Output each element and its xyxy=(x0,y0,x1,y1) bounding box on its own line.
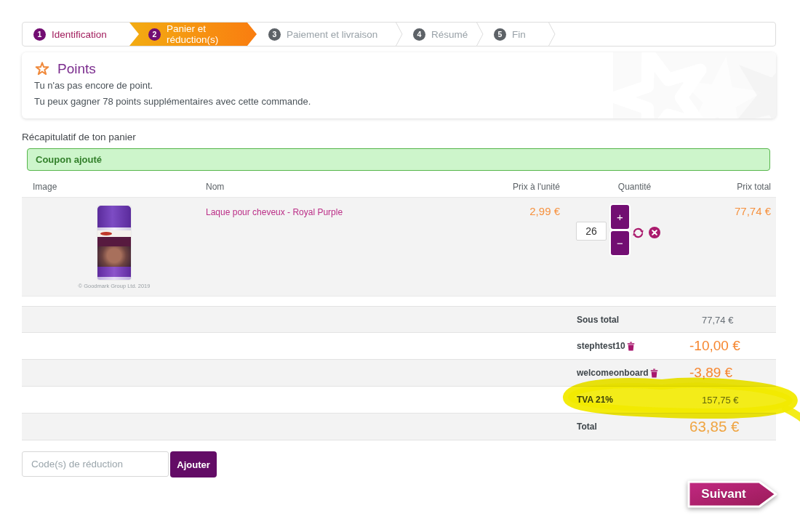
step-number-badge: 5 xyxy=(494,28,506,41)
step-number-badge: 4 xyxy=(413,28,425,41)
coupon-row-stephtest10: stephtest10 -10,00 € xyxy=(22,333,776,360)
can-label-bottom xyxy=(97,267,131,277)
step-identification[interactable]: 1 Identification xyxy=(23,23,139,46)
coupon-label: welcomeonboard xyxy=(577,368,658,378)
step-number-badge: 3 xyxy=(268,28,281,41)
step-paiement-et-livraison[interactable]: 3 Paiement et livraison xyxy=(257,23,395,46)
star-watermark xyxy=(613,52,776,118)
can-label-band xyxy=(97,237,131,246)
hairspray-can-image xyxy=(97,206,131,280)
subtotal-value: 77,74 € xyxy=(689,314,795,325)
subtotal-label: Sous total xyxy=(577,315,619,325)
checkout-steps-bar: 1 Identification 2 Panier et réduction(s… xyxy=(22,22,776,47)
tax-value: 157,75 € xyxy=(689,395,795,406)
step-separator-icon xyxy=(476,23,484,46)
cart-totals: Sous total 77,74 € stephtest10 -10,00 € … xyxy=(22,306,776,440)
step-label: Identification xyxy=(52,29,107,40)
line-total-price: 77,74 € xyxy=(698,205,771,217)
total-value: 63,85 € xyxy=(689,418,795,435)
coupon-added-banner: Coupon ajouté xyxy=(27,148,770,171)
step-label: Fin xyxy=(512,29,526,40)
total-label: Total xyxy=(577,422,597,432)
column-header-total: Prix total xyxy=(698,182,771,192)
step-number-badge: 1 xyxy=(33,28,46,41)
step-resume[interactable]: 4 Résumé xyxy=(403,23,476,46)
column-header-quantity: Quantité xyxy=(585,182,684,192)
close-icon xyxy=(649,227,660,238)
coupon-row-welcomeonboard: welcomeonboard -3,89 € xyxy=(22,360,776,387)
can-label-top xyxy=(97,230,131,237)
remove-coupon-button[interactable] xyxy=(627,342,635,351)
can-label-photo xyxy=(97,246,131,267)
brand-logo xyxy=(100,232,112,235)
refresh-quantity-button[interactable] xyxy=(631,226,644,239)
remove-item-button[interactable] xyxy=(648,226,661,239)
coupon-code-text: stephtest10 xyxy=(577,341,625,351)
step-number-badge: 2 xyxy=(148,28,161,41)
subtotal-row: Sous total 77,74 € xyxy=(22,306,776,333)
product-name-link[interactable]: Laque pour cheveux - Royal Purple xyxy=(206,207,343,217)
checkout-page: 1 Identification 2 Panier et réduction(s… xyxy=(0,0,800,532)
cart-summary-heading: Récapitulatif de ton panier xyxy=(22,132,136,142)
refresh-icon xyxy=(632,227,644,239)
can-cap xyxy=(97,206,131,227)
points-status-text: Tu n'as pas encore de point. xyxy=(34,80,153,91)
quantity-input[interactable] xyxy=(576,222,607,241)
coupon-code-text: welcomeonboard xyxy=(577,368,649,378)
coupon-discount-value: -3,89 € xyxy=(689,365,795,381)
can-base xyxy=(97,277,131,280)
step-fin[interactable]: 5 Fin xyxy=(484,23,548,46)
points-header: Points xyxy=(34,61,96,77)
cart-table-header: Image Nom Prix à l'unité Quantité Prix t… xyxy=(22,182,776,196)
cart-item-row: © Goodmark Group Ltd. 2019 Laque pour ch… xyxy=(22,197,776,297)
points-title: Points xyxy=(57,61,96,77)
tax-row: TVA 21% 157,75 € xyxy=(22,387,776,414)
image-copyright: © Goodmark Group Ltd. 2019 xyxy=(74,283,154,289)
quantity-increase-button[interactable]: + xyxy=(609,203,631,230)
star-watermark-icon xyxy=(613,52,776,118)
quantity-decrease-button[interactable]: − xyxy=(609,230,631,257)
step-label: Panier et réduction(s) xyxy=(167,23,257,45)
step-separator-icon xyxy=(395,23,403,46)
add-coupon-button[interactable]: Ajouter xyxy=(170,451,217,477)
unit-price: 2,99 € xyxy=(487,205,560,217)
next-button-label: Suivant xyxy=(687,479,761,509)
column-header-image: Image xyxy=(33,182,57,192)
coupon-label: stephtest10 xyxy=(577,341,635,351)
trash-icon xyxy=(650,368,658,378)
remove-coupon-button[interactable] xyxy=(650,368,658,378)
tax-label: TVA 21% xyxy=(577,395,613,405)
column-header-unit-price: Prix à l'unité xyxy=(487,182,560,192)
total-row: Total 63,85 € xyxy=(22,414,776,440)
step-label: Résumé xyxy=(431,29,468,40)
points-earn-text: Tu peux gagner 78 points supplémentaires… xyxy=(34,96,311,107)
step-label: Paiement et livraison xyxy=(287,29,377,40)
product-image: © Goodmark Group Ltd. 2019 xyxy=(74,206,154,289)
step-separator-icon xyxy=(548,23,556,46)
step-panier-et-reductions[interactable]: 2 Panier et réduction(s) xyxy=(129,23,257,46)
star-icon xyxy=(34,61,50,77)
trash-icon xyxy=(627,342,635,351)
coupon-discount-value: -10,00 € xyxy=(689,338,795,354)
next-step-button[interactable]: Suivant xyxy=(687,479,780,509)
coupon-code-input[interactable] xyxy=(22,451,169,477)
column-header-name: Nom xyxy=(206,182,224,192)
points-panel: Points Tu n'as pas encore de point. Tu p… xyxy=(22,52,776,118)
